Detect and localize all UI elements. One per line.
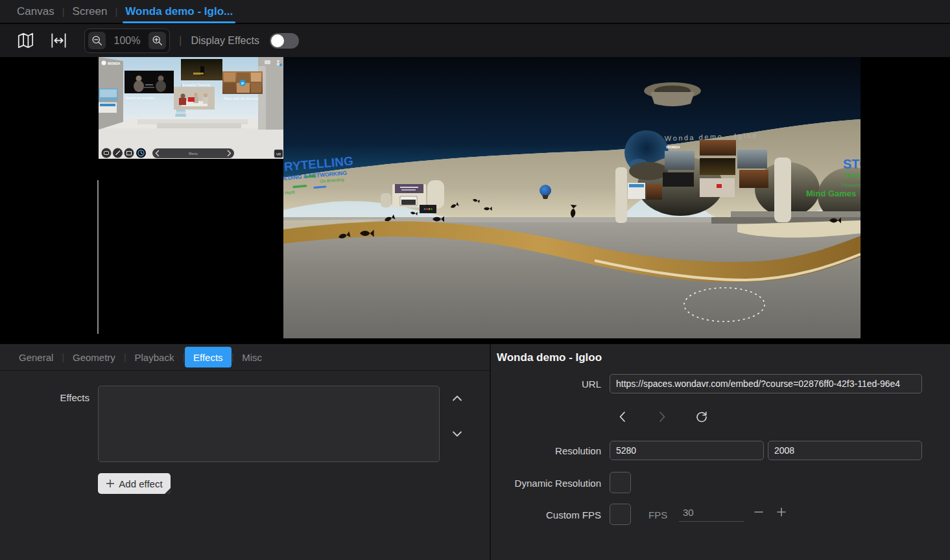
source-title: Wonda demo - Igloo	[497, 351, 602, 364]
tab-misc-label: Misc	[242, 352, 262, 363]
browser-forward-button[interactable]	[656, 410, 669, 423]
fps-value: 30	[683, 507, 694, 518]
tab-misc[interactable]: Misc	[233, 347, 270, 368]
camera-icon[interactable]	[265, 60, 270, 64]
zoom-control-group: 100%	[84, 29, 170, 53]
tab-screen[interactable]: Screen	[65, 0, 115, 23]
inspector-panel: General | Geometry | Playback | Effects …	[0, 344, 490, 560]
tab-effects[interactable]: Effects	[185, 347, 232, 368]
plus-icon	[106, 479, 115, 488]
dynamic-resolution-checkbox[interactable]	[610, 472, 631, 493]
url-label: URL	[491, 379, 601, 390]
thumb-logo: WONDA	[108, 62, 121, 65]
map-icon[interactable]	[17, 32, 34, 49]
zoom-in-icon	[152, 35, 163, 46]
fps-value-field[interactable]: 30	[679, 504, 744, 522]
sign-right-line1: STORYTELLING	[843, 157, 861, 171]
notification-dot	[279, 64, 282, 66]
svg-text:P: P	[241, 82, 244, 86]
canvas-viewport[interactable]: Sketch an emotion Empathy Training	[0, 57, 950, 344]
properties-panel: Wonda demo - Igloo URL Resolution Dynami…	[491, 344, 950, 560]
add-effect-label: Add effect	[119, 478, 162, 489]
pano-wonda-logo: WONDA	[666, 145, 680, 149]
app-window: Canvas | Screen | Wonda demo - Iglo...	[0, 0, 950, 560]
top-tab-bar: Canvas | Screen | Wonda demo - Iglo...	[0, 0, 950, 23]
sign-mind-games: Mind Games	[806, 189, 856, 198]
zoom-in-button[interactable]	[148, 32, 166, 49]
panorama-preview[interactable]: WONDA Wonda demo - Igloo	[283, 57, 861, 338]
display-effects-toggle[interactable]	[270, 33, 299, 49]
globe-sphere	[540, 185, 551, 196]
effects-listbox[interactable]	[98, 386, 440, 462]
thumb-caption-empathy: Empathy Training	[182, 83, 210, 87]
toolbar-divider: |	[179, 34, 182, 47]
resolution-width-input[interactable]	[610, 441, 764, 460]
url-input[interactable]	[610, 374, 922, 393]
vr-button-label: VR	[276, 152, 281, 156]
wonda-logo-icon	[102, 61, 106, 65]
tab-general[interactable]: General	[10, 347, 62, 368]
avatar-icon-body	[277, 63, 280, 65]
custom-fps-label: Custom FPS	[491, 509, 601, 520]
fps-increment-button[interactable]	[776, 506, 787, 518]
screen-thumbnail[interactable]: Sketch an emotion Empathy Training	[99, 57, 283, 338]
bottom-panels: General | Geometry | Playback | Effects …	[0, 344, 950, 560]
tab-geometry-label: Geometry	[73, 352, 115, 363]
tab-geometry[interactable]: Geometry	[64, 347, 124, 368]
resolution-label: Resolution	[491, 445, 601, 456]
active-tab-underline	[123, 21, 235, 23]
inspector-tab-bar: General | Geometry | Playback | Effects …	[0, 344, 490, 371]
tab-playback-label: Playback	[135, 352, 174, 363]
zoom-out-button[interactable]	[88, 32, 106, 49]
effects-list-label: Effects	[0, 392, 89, 403]
thumb-caption-race: Race with the Senses	[224, 97, 258, 100]
tab-canvas[interactable]: Canvas	[9, 0, 62, 23]
zoom-level-value: 100%	[106, 35, 148, 47]
fps-decrement-button[interactable]	[753, 506, 765, 518]
toggle-knob	[271, 34, 284, 47]
fit-width-icon[interactable]	[50, 32, 67, 49]
custom-fps-checkbox[interactable]	[610, 504, 631, 525]
thumb-menu-label[interactable]: Menu	[189, 152, 198, 156]
sign-right-line2: TEAM BUILDING & NETWORKING	[844, 172, 861, 179]
tab-playback[interactable]: Playback	[126, 347, 183, 368]
dropdown-corner-indicator	[165, 488, 171, 494]
sign-treasure-hunt-right: Treasure Hunt	[840, 182, 861, 188]
tab-screen-label: Screen	[73, 5, 108, 18]
resolution-height-input[interactable]	[768, 441, 922, 460]
browser-refresh-button[interactable]	[695, 410, 708, 423]
move-effect-up-button[interactable]	[451, 393, 463, 404]
add-effect-button[interactable]: Add effect	[98, 473, 171, 494]
screen-thumbnail-image: Sketch an emotion Empathy Training	[99, 57, 283, 159]
tab-canvas-label: Canvas	[17, 5, 54, 18]
zoom-out-icon	[91, 35, 102, 46]
dynamic-resolution-label: Dynamic Resolution	[491, 478, 601, 489]
tab-effects-label: Effects	[193, 352, 223, 363]
browser-back-button[interactable]	[616, 410, 629, 423]
tab-general-label: General	[19, 352, 53, 363]
thumb-caption-sketch: Sketch an emotion	[125, 96, 155, 100]
display-effects-label: Display Effects	[191, 35, 259, 47]
tab-wonda-demo[interactable]: Wonda demo - Iglo...	[117, 0, 241, 23]
avatar-icon[interactable]	[277, 60, 279, 63]
fps-label: FPS	[648, 509, 667, 520]
canvas-toolbar: 100% | Display Effects	[0, 24, 950, 57]
tab-wonda-demo-label: Wonda demo - Iglo...	[125, 5, 233, 18]
move-effect-down-button[interactable]	[451, 428, 463, 439]
inspector-tab-divider: |	[124, 352, 126, 362]
